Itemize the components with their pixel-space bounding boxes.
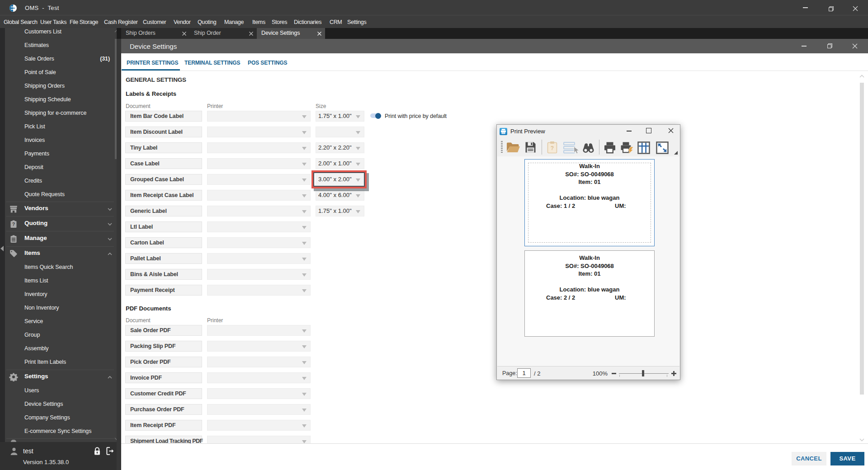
svg-text:?: ? [12, 221, 15, 227]
svg-text:?: ? [551, 145, 554, 151]
